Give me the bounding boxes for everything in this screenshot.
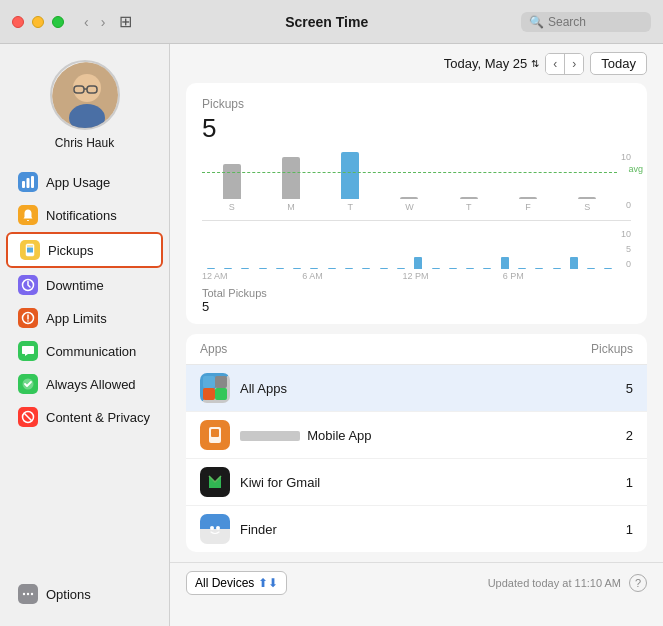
app-row-finder[interactable]: Finder 1	[186, 506, 647, 552]
all-apps-pickups: 5	[563, 381, 633, 396]
notifications-icon	[18, 205, 38, 225]
svg-rect-23	[215, 376, 227, 388]
svg-point-29	[216, 526, 220, 530]
pickups-icon	[20, 240, 40, 260]
mobile-app-icon	[200, 420, 230, 450]
bar-s2	[578, 197, 596, 199]
total-pickups-label: Total Pickups	[202, 287, 631, 299]
hourly-bar-12	[410, 229, 427, 269]
avatar	[50, 60, 120, 130]
sidebar-item-communication[interactable]: Communication	[6, 335, 163, 367]
search-icon: 🔍	[529, 15, 544, 29]
hourly-bar-13	[427, 229, 444, 269]
sidebar: Chris Hauk App Usage Notifications	[0, 44, 170, 626]
sidebar-item-downtime[interactable]: Downtime	[6, 269, 163, 301]
kiwi-gmail-pickups: 1	[563, 475, 633, 490]
time-label-12pm: 12 PM	[403, 271, 503, 281]
hourly-right-axis: 10 5 0	[621, 229, 631, 269]
options-icon	[18, 584, 38, 604]
sidebar-item-label: Content & Privacy	[46, 410, 150, 425]
communication-icon	[18, 341, 38, 361]
today-button[interactable]: Today	[590, 52, 647, 75]
sidebar-item-label: Notifications	[46, 208, 117, 223]
sidebar-item-label: Always Allowed	[46, 377, 136, 392]
app-row-all-apps[interactable]: All Apps 5	[186, 365, 647, 412]
svg-rect-27	[211, 429, 219, 437]
hourly-bar-22	[583, 229, 600, 269]
svg-rect-11	[27, 248, 33, 253]
nav-arrows: ‹ ›	[80, 12, 109, 32]
kiwi-gmail-name: Kiwi for Gmail	[240, 475, 563, 490]
svg-rect-24	[203, 388, 215, 400]
hourly-bar-10	[375, 229, 392, 269]
hourly-bar-0	[202, 229, 219, 269]
blurred-name	[240, 431, 300, 441]
hourly-bar-14	[444, 229, 461, 269]
chart-value: 5	[202, 113, 631, 144]
sidebar-nav: App Usage Notifications Pickups	[0, 166, 169, 570]
svg-point-20	[27, 593, 29, 595]
chevron-up-down-icon: ⬆⬇	[258, 576, 278, 590]
svg-rect-8	[31, 176, 34, 188]
app-limits-icon	[18, 308, 38, 328]
content-area: Today, May 25 ⇅ ‹ › Today Pickups 5 avg	[170, 44, 663, 626]
apps-table-header: Apps Pickups	[186, 334, 647, 365]
prev-date-button[interactable]: ‹	[546, 54, 565, 74]
hourly-bar-11	[392, 229, 409, 269]
avatar-image	[52, 62, 120, 130]
search-bar[interactable]: 🔍	[521, 12, 651, 32]
search-input[interactable]	[548, 15, 643, 29]
bar-t2	[460, 197, 478, 199]
help-button[interactable]: ?	[629, 574, 647, 592]
sidebar-item-app-limits[interactable]: App Limits	[6, 302, 163, 334]
app-usage-icon	[18, 172, 38, 192]
sidebar-item-notifications[interactable]: Notifications	[6, 199, 163, 231]
next-date-button[interactable]: ›	[565, 54, 583, 74]
forward-button[interactable]: ›	[97, 12, 110, 32]
date-selector[interactable]: Today, May 25 ⇅	[444, 56, 540, 71]
bar-group-m: M	[261, 152, 320, 212]
sidebar-item-pickups[interactable]: Pickups	[6, 232, 163, 268]
time-label-6pm: 6 PM	[503, 271, 603, 281]
titlebar: ‹ › ⊞ Screen Time 🔍	[0, 0, 663, 44]
app-row-mobile-app[interactable]: Mobile App 2	[186, 412, 647, 459]
close-button[interactable]	[12, 16, 24, 28]
svg-rect-25	[215, 388, 227, 400]
bar-group-s2: S	[558, 152, 617, 212]
user-name: Chris Hauk	[55, 136, 114, 150]
minimize-button[interactable]	[32, 16, 44, 28]
sidebar-item-content-privacy[interactable]: Content & Privacy	[6, 401, 163, 433]
options-item[interactable]: Options	[6, 578, 163, 610]
hourly-bar-20	[548, 229, 565, 269]
hourly-bar-2	[237, 229, 254, 269]
hourly-bar-1	[219, 229, 236, 269]
main-layout: Chris Hauk App Usage Notifications	[0, 44, 663, 626]
fullscreen-button[interactable]	[52, 16, 64, 28]
sidebar-item-label: App Usage	[46, 175, 110, 190]
hourly-bar-19	[531, 229, 548, 269]
svg-rect-10	[27, 246, 33, 247]
sidebar-item-always-allowed[interactable]: Always Allowed	[6, 368, 163, 400]
bar-group-w: W	[380, 152, 439, 212]
total-pickups-value: 5	[202, 299, 631, 314]
bar-t1	[341, 152, 359, 199]
hourly-bar-17	[496, 229, 513, 269]
sidebar-item-app-usage[interactable]: App Usage	[6, 166, 163, 198]
options-label: Options	[46, 587, 91, 602]
hourly-bar-9	[358, 229, 375, 269]
time-label-12am: 12 AM	[202, 271, 302, 281]
hourly-bar-16	[479, 229, 496, 269]
hourly-bar-3	[254, 229, 271, 269]
back-button[interactable]: ‹	[80, 12, 93, 32]
header-pickups: Pickups	[563, 342, 633, 356]
sidebar-options: Options	[0, 570, 169, 618]
hourly-chart	[202, 229, 617, 269]
hourly-bar-23	[600, 229, 617, 269]
mobile-app-name: Mobile App	[240, 428, 563, 443]
sidebar-item-label: Downtime	[46, 278, 104, 293]
app-row-kiwi-gmail[interactable]: Kiwi for Gmail 1	[186, 459, 647, 506]
avg-line	[202, 172, 617, 173]
bar-group-t1: T	[321, 152, 380, 212]
hourly-bar-8	[340, 229, 357, 269]
devices-selector[interactable]: All Devices ⬆⬇	[186, 571, 287, 595]
